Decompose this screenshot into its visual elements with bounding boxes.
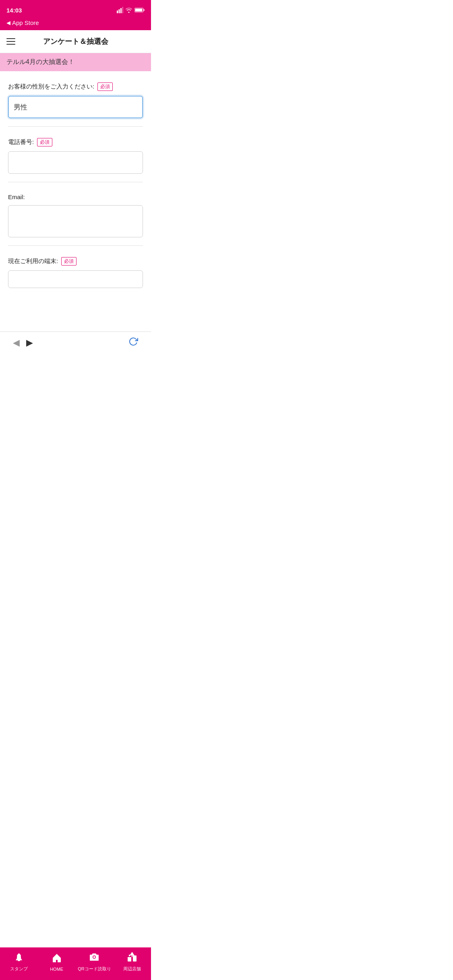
svg-rect-3 xyxy=(122,7,124,13)
back-arrow-icon: ◀ xyxy=(6,20,10,26)
phone-input[interactable] xyxy=(8,151,143,174)
back-nav-label: App Store xyxy=(12,19,39,26)
gender-label: お客様の性別をご入力ください: 必須 xyxy=(8,82,143,91)
phone-section: 電話番号: 必須 xyxy=(8,127,143,182)
wifi-icon xyxy=(126,7,132,13)
svg-rect-6 xyxy=(135,9,143,12)
hamburger-menu-button[interactable] xyxy=(6,38,15,45)
banner-text: テルル4月の大抽選会！ xyxy=(6,58,74,65)
gender-required-badge: 必須 xyxy=(97,82,113,91)
gender-section: お客様の性別をご入力ください: 必須 男性 xyxy=(8,71,143,127)
signal-icon xyxy=(117,7,123,13)
status-bar: 14:03 xyxy=(0,0,151,18)
device-label: 現在ご利用の端末: 必須 xyxy=(8,257,143,266)
svg-rect-1 xyxy=(119,9,120,13)
refresh-button[interactable] xyxy=(125,335,141,350)
phone-label: 電話番号: 必須 xyxy=(8,138,143,146)
phone-required-badge: 必須 xyxy=(37,138,52,146)
email-label: Email: xyxy=(8,194,143,200)
bottom-nav-toolbar: ◀ ▶ xyxy=(0,331,151,354)
email-input[interactable] xyxy=(8,205,143,237)
event-banner: テルル4月の大抽選会！ xyxy=(0,53,151,71)
device-section: 現在ご利用の端末: 必須 xyxy=(8,246,143,291)
nav-back-button[interactable]: ◀ xyxy=(10,336,23,350)
back-nav[interactable]: ◀ App Store xyxy=(0,18,151,30)
status-icons xyxy=(117,7,145,13)
app-header: アンケート＆抽選会 xyxy=(0,30,151,53)
email-section: Email: xyxy=(8,182,143,246)
svg-rect-2 xyxy=(120,8,122,13)
page-title: アンケート＆抽選会 xyxy=(43,37,108,46)
battery-icon xyxy=(134,8,145,12)
device-input[interactable] xyxy=(8,270,143,288)
nav-forward-button[interactable]: ▶ xyxy=(23,336,36,350)
svg-rect-0 xyxy=(117,10,118,13)
svg-rect-5 xyxy=(144,9,145,11)
form-content: お客様の性別をご入力ください: 必須 男性 電話番号: 必須 Email: 現在… xyxy=(0,71,151,291)
gender-input-wrapper[interactable]: 男性 xyxy=(8,96,143,118)
status-time: 14:03 xyxy=(6,7,22,14)
gender-input-value: 男性 xyxy=(14,103,27,112)
refresh-icon xyxy=(128,337,138,346)
device-required-badge: 必須 xyxy=(61,257,77,266)
